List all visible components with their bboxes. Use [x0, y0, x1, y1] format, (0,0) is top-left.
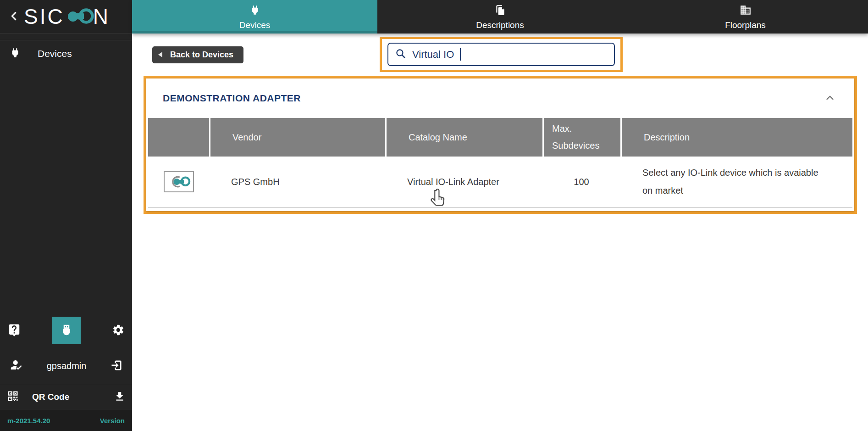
chevron-up-icon: [824, 92, 836, 105]
sidebar-qr-row[interactable]: QR Code: [0, 384, 132, 410]
logout-icon: [110, 359, 123, 373]
version-label: Version: [100, 417, 125, 425]
qr-code-label: QR Code: [32, 392, 69, 402]
building-icon: [740, 4, 752, 18]
back-arrow-icon: [158, 50, 162, 60]
max-subdevices-cell: 100: [542, 157, 620, 207]
search-input-value: Virtual IO: [412, 49, 454, 61]
column-header-max-subdevices: Max. Subdevices: [542, 118, 620, 157]
column-header-icon: [148, 118, 209, 157]
app-root: SIC N Devices: [0, 0, 868, 431]
table-header-row: Vendor Catalog Name Max. Subdevices Desc…: [148, 118, 852, 157]
back-to-devices-button[interactable]: Back to Devices: [152, 46, 243, 63]
sidebar-item-label: Devices: [38, 48, 72, 59]
logo-text-left: SIC: [24, 6, 65, 27]
catalog-name-cell: Virtual IO-Link Adapter: [385, 157, 542, 207]
search-highlight-annotation: Virtual IO: [380, 37, 623, 72]
search-input[interactable]: Virtual IO: [387, 43, 615, 66]
plug-icon: [9, 47, 21, 61]
tab-devices[interactable]: Devices: [132, 0, 377, 34]
sidebar-tools: [0, 313, 132, 348]
sidebar-version-bar: m-2021.54.20 Version: [0, 410, 132, 431]
demonstration-adapter-panel: DEMONSTRATION ADAPTER Vendor Catalog Nam…: [146, 78, 854, 211]
username: gpsadmin: [23, 361, 110, 371]
table-row[interactable]: GPS GmbH Virtual IO-Link Adapter 100 Sel…: [148, 157, 852, 208]
user-check-icon: [9, 358, 23, 374]
documents-icon: [494, 4, 506, 18]
adapter-logo-cell: [148, 157, 209, 207]
sidebar-user-row: gpsadmin: [0, 348, 132, 384]
logo-text-right: N: [93, 6, 110, 27]
text-caret: [460, 48, 461, 61]
main-area: Devices Descriptions Floorplans: [132, 0, 868, 431]
gear-icon: [112, 324, 125, 338]
chevron-left-icon: [8, 10, 20, 23]
sidebar-spacer: [0, 67, 132, 313]
tab-floorplans[interactable]: Floorplans: [623, 0, 868, 34]
content-area: Back to Devices Virtual IO DEMONSTRATION…: [132, 34, 868, 431]
back-button-label: Back to Devices: [170, 50, 233, 60]
panel-header: DEMONSTRATION ADAPTER: [146, 78, 854, 118]
column-header-catalog-name: Catalog Name: [385, 118, 542, 157]
tab-label: Devices: [239, 20, 271, 30]
version-value: m-2021.54.20: [7, 417, 50, 425]
usb-device-icon: [60, 323, 73, 338]
logout-button[interactable]: [110, 359, 123, 373]
download-qr-button[interactable]: [114, 391, 126, 404]
help-icon: [7, 323, 21, 338]
app-logo: SIC N: [24, 3, 110, 30]
tab-label: Floorplans: [725, 20, 766, 30]
tab-descriptions[interactable]: Descriptions: [377, 0, 623, 34]
panel-title: DEMONSTRATION ADAPTER: [163, 93, 301, 104]
sidebar-item-devices[interactable]: Devices: [0, 40, 132, 67]
logo-glyph-icon: [61, 5, 95, 30]
sidebar-header: SIC N: [0, 0, 132, 34]
description-cell: Select any IO-Link device which is avaia…: [620, 157, 852, 207]
column-header-description: Description: [620, 118, 852, 157]
vendor-cell: GPS GmbH: [209, 157, 385, 207]
top-tab-bar: Devices Descriptions Floorplans: [132, 0, 868, 34]
settings-button[interactable]: [112, 324, 125, 338]
search-icon: [395, 48, 406, 61]
download-icon: [114, 391, 126, 404]
help-button[interactable]: [7, 323, 21, 338]
usb-devices-button[interactable]: [52, 317, 81, 344]
sidebar: SIC N Devices: [0, 0, 132, 431]
qr-code-icon: [6, 390, 19, 405]
table-highlight-annotation: DEMONSTRATION ADAPTER Vendor Catalog Nam…: [144, 76, 857, 214]
collapse-panel-button[interactable]: [822, 90, 838, 107]
adapter-logo-icon: [164, 171, 194, 192]
column-header-vendor: Vendor: [209, 118, 385, 157]
collapse-sidebar-button[interactable]: [4, 6, 24, 27]
adapter-table: Vendor Catalog Name Max. Subdevices Desc…: [148, 118, 852, 208]
tab-label: Descriptions: [476, 20, 524, 30]
plug-icon: [249, 4, 261, 18]
